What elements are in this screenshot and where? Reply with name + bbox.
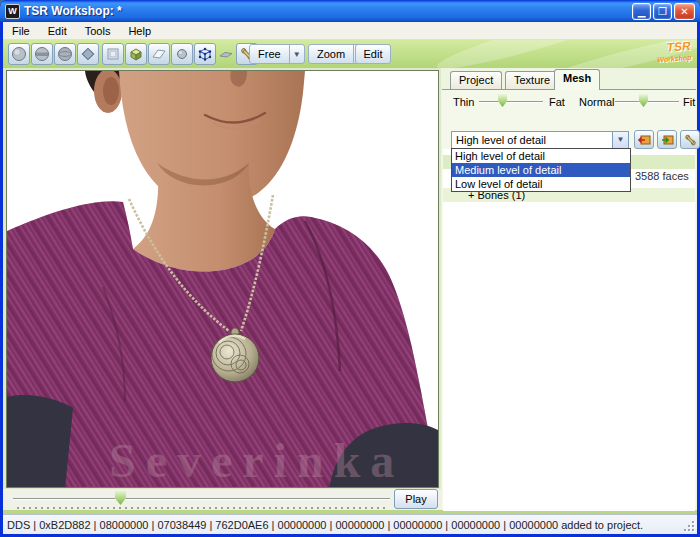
sphere-small-icon bbox=[174, 46, 190, 62]
zoom-mode-value[interactable]: Zoom bbox=[309, 45, 354, 63]
edit-button[interactable]: Edit bbox=[355, 44, 391, 64]
mesh-tree-list: 3588 faces + Bones (1) bbox=[443, 149, 695, 511]
right-panel: Project Texture Mesh Thin Fat Normal Fit… bbox=[441, 68, 697, 510]
show-sphere-button[interactable] bbox=[171, 43, 193, 65]
fit-slider-thumb[interactable] bbox=[639, 94, 648, 107]
camera-mode-dropdown[interactable]: Free ▼ bbox=[249, 44, 305, 64]
show-bounding-box-button[interactable] bbox=[102, 43, 124, 65]
plane-icon bbox=[151, 46, 167, 62]
tab-texture[interactable]: Texture bbox=[505, 71, 559, 89]
menu-file[interactable]: File bbox=[3, 23, 39, 39]
maximize-button[interactable]: ❐ bbox=[653, 3, 672, 20]
watermark-text: Severinka bbox=[109, 434, 404, 487]
resize-grip[interactable] bbox=[682, 519, 695, 532]
menu-tools[interactable]: Tools bbox=[76, 23, 120, 39]
sphere-shaded-icon bbox=[34, 46, 50, 62]
render-shaded-button[interactable] bbox=[31, 43, 53, 65]
window-icon[interactable]: W bbox=[5, 4, 20, 19]
toolbar-swoosh-decoration bbox=[434, 40, 632, 68]
menu-help[interactable]: Help bbox=[119, 23, 160, 39]
fit-label: Fit bbox=[683, 96, 695, 108]
show-textured-mesh-button[interactable] bbox=[125, 43, 147, 65]
wireframe-cube-icon bbox=[197, 46, 213, 62]
normal-label: Normal bbox=[579, 96, 614, 108]
tsr-workshop-logo: TSR Workshop bbox=[656, 41, 692, 65]
chevron-down-icon[interactable]: ▼ bbox=[290, 50, 304, 59]
lod-dropdown-list: High level of detail Medium level of det… bbox=[451, 148, 631, 192]
render-textured-button[interactable] bbox=[54, 43, 76, 65]
mesh-panel: Thin Fat Normal Fit High level of detail… bbox=[442, 89, 696, 510]
menu-edit[interactable]: Edit bbox=[39, 23, 76, 39]
fat-label: Fat bbox=[549, 96, 565, 108]
sphere-textured-icon bbox=[57, 46, 73, 62]
render-wireframe-button[interactable] bbox=[77, 43, 99, 65]
3d-viewport[interactable]: Severinka bbox=[6, 70, 439, 488]
status-bar: DDS | 0xB2D882 | 08000000 | 07038449 | 7… bbox=[3, 514, 697, 534]
title-bar: W TSR Workshop: * ▁ ❐ ✕ bbox=[0, 0, 700, 22]
show-plane-button[interactable] bbox=[148, 43, 170, 65]
timeline-slider-track[interactable] bbox=[13, 498, 390, 500]
fat-slider-track[interactable] bbox=[479, 101, 543, 103]
sphere-smooth-icon bbox=[11, 46, 27, 62]
tab-mesh[interactable]: Mesh bbox=[554, 69, 600, 90]
export-mesh-button[interactable] bbox=[634, 130, 654, 149]
bone-assignments-button[interactable] bbox=[680, 130, 700, 149]
import-mesh-button[interactable] bbox=[657, 130, 677, 149]
toolbar: Free ▼ Zoom ▼ Edit TSR Workshop bbox=[3, 40, 697, 68]
fat-slider-thumb[interactable] bbox=[498, 94, 507, 107]
playback-strip: Play bbox=[3, 489, 441, 510]
main-area: Severinka Play Project Texture Mesh Thin… bbox=[3, 68, 697, 514]
menu-bar: File Edit Tools Help bbox=[3, 22, 697, 40]
lod-option-low[interactable]: Low level of detail bbox=[452, 177, 630, 191]
lod-combobox[interactable]: High level of detail ▼ bbox=[451, 131, 629, 149]
timeline-slider-thumb[interactable] bbox=[115, 490, 126, 505]
render-smooth-button[interactable] bbox=[8, 43, 30, 65]
flat-plane-tool[interactable] bbox=[218, 46, 234, 62]
diamond-icon bbox=[80, 46, 96, 62]
logo-text-bottom: Workshop bbox=[657, 52, 692, 65]
status-text: DDS | 0xB2D882 | 08000000 | 07038449 | 7… bbox=[7, 519, 643, 531]
tab-project[interactable]: Project bbox=[450, 71, 502, 89]
import-box-icon bbox=[660, 133, 675, 147]
camera-mode-value[interactable]: Free bbox=[250, 45, 290, 63]
minimize-button[interactable]: ▁ bbox=[632, 3, 651, 20]
play-button[interactable]: Play bbox=[394, 489, 438, 509]
flat-plane-icon bbox=[218, 46, 234, 62]
bounding-box-icon bbox=[105, 46, 121, 62]
chevron-down-icon[interactable]: ▼ bbox=[612, 132, 628, 148]
thin-label: Thin bbox=[453, 96, 474, 108]
close-button[interactable]: ✕ bbox=[674, 3, 695, 20]
application-window: W TSR Workshop: * ▁ ❐ ✕ File Edit Tools … bbox=[0, 0, 700, 537]
bone-icon bbox=[683, 133, 698, 147]
show-wireframe-cube-button[interactable] bbox=[194, 43, 216, 65]
faces-count: 3588 faces bbox=[635, 170, 689, 182]
lod-option-high[interactable]: High level of detail bbox=[452, 149, 630, 163]
window-title: TSR Workshop: * bbox=[24, 4, 122, 18]
export-box-icon bbox=[637, 133, 652, 147]
lod-option-medium[interactable]: Medium level of detail bbox=[452, 163, 630, 177]
sim-character-render: Severinka bbox=[7, 71, 439, 488]
lod-combobox-value[interactable]: High level of detail bbox=[452, 132, 612, 148]
textured-cube-icon bbox=[128, 46, 144, 62]
